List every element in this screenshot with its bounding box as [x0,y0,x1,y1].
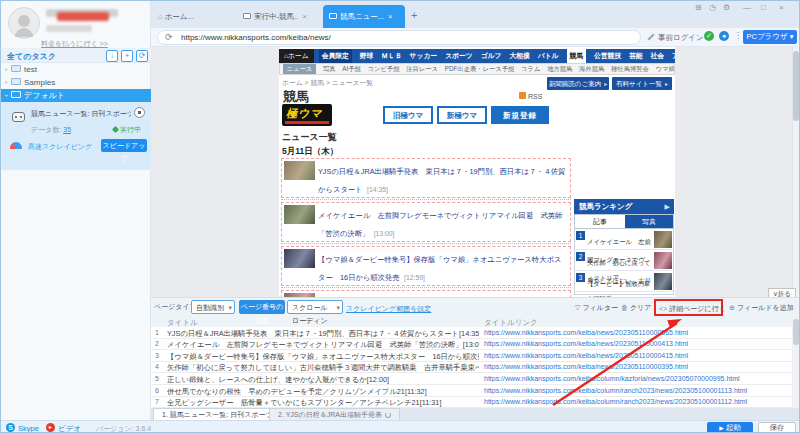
task-data-count[interactable]: データ数: 35 [31,125,71,135]
nav-item[interactable]: 野球 [360,49,374,63]
subnav-item[interactable]: 地方競馬 [547,64,572,74]
page-tab-1-active[interactable]: 1. 競馬ニュース一覧: 日刊スポーツ [153,408,282,420]
nav-item[interactable]: バトル [538,49,559,63]
nav-item[interactable]: ゴルフ [481,49,502,63]
scrollbar-thumb[interactable] [793,51,799,121]
skype-link[interactable]: Skype [18,424,39,433]
minimize-button[interactable]: — [743,3,751,12]
tab-home[interactable]: ⌂ ホーム... [152,5,232,28]
scroll-loading-dropdown[interactable]: スクロールローディン [287,300,343,314]
cell-link[interactable]: https://www.nikkansports.com/keiba/news/… [484,352,784,359]
status-blue-icon[interactable]: ● [719,31,729,41]
nav-item[interactable]: 会員限定 [319,49,352,63]
nav-item[interactable]: アスレシピ [672,49,675,63]
cell-link[interactable]: https://www.nikkansports.com/keiba/colum… [484,398,784,405]
news-title[interactable]: 【ウマ娘＆ダービー特集号】保存版「ウマ娘」ネオユニヴァース特大ポスター 16日か… [318,255,561,282]
page-number-button[interactable]: ページ番号の設定 [239,300,285,314]
subnav-item[interactable]: 写真 [323,64,336,74]
subnav-item[interactable]: ウマ娘 [656,64,675,74]
data-count-value[interactable]: 35 [63,126,71,133]
stop-task-button[interactable] [134,107,145,118]
cell-title[interactable]: 正しい鍛錬と、レースへの仕上げ、速やかな入厩ができるか[12:00] [167,375,479,385]
save-button[interactable]: 保存 [758,422,796,433]
add-field-button[interactable]: ⊕フィールドを追加 [729,303,794,313]
nav-item-keiba-active[interactable]: 競馬 [567,49,587,63]
cell-title[interactable]: 【ウマ娘＆ダービー特集号】保存版「ウマ娘」ネオユニヴァース特大ポスター 16日か… [167,352,479,362]
ranking-item[interactable]: 1 メイケイエール 左前脚フレグモーネでヴィクトリア… [575,229,673,250]
news-item[interactable]: メイケイエール 左前脚フレグモーネでヴィクトリアマイル回避 武英師「苦渋の決断」… [281,202,571,242]
new-gokuuma-button[interactable]: 新極ウマ [437,106,487,124]
table-row[interactable]: 6 併せ馬でかなりの根性 早めのデビューを予定／クリムゾンメイブル21[11:3… [151,385,792,397]
sidebar-item-default[interactable]: ›デフォルト [1,89,151,102]
cell-link[interactable]: https://www.nikkansports.com/keiba/news/… [484,363,784,370]
subnav-item[interactable]: コラム [521,64,540,74]
clear-button[interactable]: 🗑︎クリア [621,303,652,313]
nav-item[interactable]: ＭＬＢ [381,49,401,63]
nav-item[interactable]: スポーツ [445,49,473,63]
subnav-item[interactable]: PDF出走表・レース予想 [445,64,515,74]
nav-item[interactable]: 芸能 [629,49,643,63]
news-item[interactable]: YJSの日程＆JRA出場騎手発表 東日本は７・19門別、西日本は７・４佐賀からス… [281,158,571,198]
status-green-icon[interactable]: ✓ [704,31,714,41]
ranking-item[interactable]: 3 【ダービー】無敗の皐月賞馬ソールオリエンス11秒… [575,271,673,292]
breadcrumb[interactable]: ホーム > 競馬 > ニュース一覧 [282,78,373,88]
cell-title[interactable]: メイケイエール 左前脚フレグモーネでヴィクトリアマイル回避 武英師「苦渋の決断」… [167,340,479,350]
pc-browser-button[interactable]: PCブラウザ ▾ [743,30,797,44]
go-to-detail-page-button[interactable]: <> 詳細ページに行く [659,304,726,314]
speed-up-button[interactable]: スピードアップ [101,139,147,152]
news-title[interactable]: メイケイエール 左前脚フレグモーネでヴィクトリアマイル回避 武英師「苦渋の決断」 [318,211,562,238]
nav-item[interactable]: 公営競技 [594,49,621,63]
tab-keiba-news-active[interactable]: 競馬ニュー...× [323,5,405,28]
cell-link[interactable]: https://www.nikkansports.com/keiba/news/… [484,329,784,336]
paid-sites-button[interactable]: 有料サイト一覧▸ [612,77,672,90]
rss-link[interactable]: RSS [519,92,542,100]
table-row[interactable]: 2 メイケイエール 左前脚フレグモーネでヴィクトリアマイル回避 武英師「苦渋の決… [151,339,792,351]
table-row[interactable]: 1 YJSの日程＆JRA出場騎手発表 東日本は７・19門別、西日本は７・４佐賀か… [151,327,792,339]
task-title[interactable]: 競馬ニュース一覧: 日刊スポーツ-スクレイ... [31,109,131,119]
table-row[interactable]: 7 全兄ビッグシーザー 筋骨量＋でいかにもスプリンター／アンチペレンチ21[11… [151,397,792,408]
nav-item[interactable]: サッカー [410,49,438,63]
scraping-range-link[interactable]: スクレイピング範囲を設定 [346,304,431,314]
register-button[interactable]: 新規登録 [491,106,549,124]
cell-title[interactable]: 併せ馬でかなりの根性 早めのデビューを予定／クリムゾンメイブル21[11:32] [167,387,479,397]
ranking-item[interactable]: 2 矢作師「初心に戻って努力してほしい」古川奈穂騎手… [575,250,673,271]
refresh-icon[interactable]: ⟳ [165,32,175,42]
video-link[interactable]: ビデオ [58,424,81,433]
subnav-item[interactable]: 海外競馬 [579,64,604,74]
subnav-item-news-active[interactable]: ニュース [283,64,317,74]
subnav-item[interactable]: 種牡馬博覧会 [611,64,649,74]
cell-title[interactable]: YJSの日程＆JRA出場騎手発表 東日本は７・19門別、西日本は７・４佐賀からス… [167,329,479,339]
nav-item[interactable]: 社会 [651,49,665,63]
new-task-icon[interactable]: + [121,50,133,62]
run-button[interactable]: ▶起動 [707,422,753,433]
refresh-tasks-icon[interactable]: ⟳ [136,50,148,62]
subnav-item[interactable]: 注目レース [406,64,438,74]
auto-detect-dropdown[interactable]: 自動識別 [191,300,235,314]
table-scrollbar-thumb[interactable] [793,319,799,345]
tab-articles[interactable]: 記事 [575,215,625,228]
more-options-icon[interactable]: ⋮ [734,31,742,40]
news-title[interactable]: YJSの日程＆JRA出場騎手発表 東日本は７・19門別、西日本は７・４佐賀からス… [318,167,565,194]
cell-title[interactable]: 全兄ビッグシーザー 筋骨量＋でいかにもスプリンター／アンチペレンチ21[11:3… [167,398,479,408]
url-text[interactable]: https://www.nikkansports.com/keiba/news/ [181,33,621,42]
subscribe-button[interactable]: 新聞購読のご案内▸ [547,77,609,90]
tab-photos[interactable]: 写真 [624,215,674,228]
maximize-button[interactable]: □ [761,3,766,12]
grid-menu-icon[interactable]: ⊞ [695,3,702,12]
edit-url-icon[interactable] [646,32,656,42]
table-row[interactable]: 5 正しい鍛錬と、レースへの仕上げ、速やかな入厩ができるか[12:00] htt… [151,373,792,385]
tab-running-keiba[interactable]: 実行中-競馬..× [237,5,321,28]
table-row[interactable]: 4 矢作師「初心に戻って努力してほしい」古川奈穂騎手３週間大井で調教騎乗 吉井章… [151,362,792,374]
nav-item[interactable]: 大相撲 [509,49,529,63]
page-tab-2[interactable]: 2. YJSの日程＆JRA出場騎手発表 [269,408,400,420]
cell-link[interactable]: https://www.nikkansports.com/keiba/news/… [484,340,784,347]
close-icon[interactable]: × [302,12,307,21]
close-window-button[interactable]: × [779,3,784,12]
subnav-item[interactable]: コンピ予想 [368,64,400,74]
news-item[interactable]: 矢作師「初心に戻って努力してほしい」古川奈穂騎手３週間大井で調教騎乗 吉井章騎手… [281,290,571,297]
import-task-icon[interactable]: ↓ [106,50,118,62]
prelogin-label[interactable]: 事前ログイン [658,33,704,43]
sidebar-item-test[interactable]: ›test [1,63,151,76]
cell-title[interactable]: 矢作師「初心に戻って努力してほしい」古川奈穂騎手３週間大井で調教騎乗 吉井章騎手… [167,363,479,373]
gokuuma-logo[interactable]: 極ウマ [282,104,332,126]
